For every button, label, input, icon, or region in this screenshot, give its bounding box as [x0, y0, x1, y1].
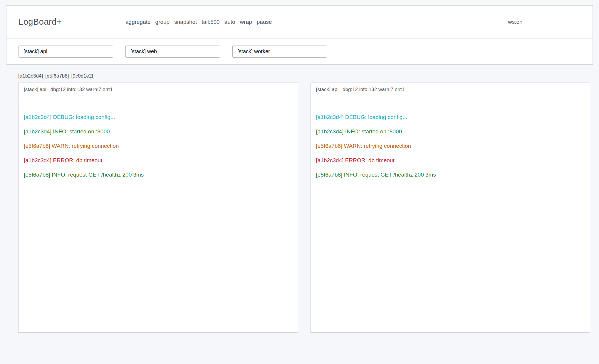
log-panels: [stack] api dbg:12 info:132 warn:7 err:1… [18, 83, 590, 333]
log-panel-header: [stack] api dbg:12 info:132 warn:7 err:1 [19, 83, 298, 96]
toolbar-item-auto[interactable]: auto [224, 19, 235, 25]
app-header: LogBoard+ aggregate group snapshot tail:… [6, 6, 593, 38]
log-line[interactable]: [e5f6a7b8] INFO: request GET /healthz 20… [316, 167, 585, 182]
toolbar-item-aggregate[interactable]: aggregate [125, 19, 151, 25]
log-line[interactable]: [a1b2c3d4] DEBUG: loading config... [24, 110, 293, 124]
log-line[interactable]: [a1b2c3d4] INFO: started on :8000 [316, 124, 585, 139]
log-body: [a1b2c3d4] DEBUG: loading config... [a1b… [311, 96, 590, 332]
log-body: [a1b2c3d4] DEBUG: loading config... [a1b… [19, 96, 298, 332]
log-panel-header: [stack] api dbg:12 info:132 warn:7 err:1 [311, 83, 590, 96]
trace-chip[interactable]: [9c0d1e2f] [71, 73, 95, 79]
toolbar-item-pause[interactable]: pause [257, 19, 272, 25]
panel-level-counts: dbg:12 info:132 warn:7 err:1 [343, 87, 405, 93]
log-line[interactable]: [e5f6a7b8] INFO: request GET /healthz 20… [24, 167, 293, 182]
toolbar-item-snapshot[interactable]: snapshot [174, 19, 197, 25]
log-line[interactable]: [a1b2c3d4] DEBUG: loading config... [316, 110, 585, 124]
toolbar-item-group[interactable]: group [155, 19, 170, 25]
stack-filter-bar [6, 38, 593, 64]
log-panel-right: [stack] api dbg:12 info:132 warn:7 err:1… [311, 83, 590, 333]
log-panel-left: [stack] api dbg:12 info:132 warn:7 err:1… [18, 83, 298, 333]
log-line[interactable]: [a1b2c3d4] INFO: started on :8000 [24, 124, 293, 139]
toolbar: aggregate group snapshot tail:500 auto w… [125, 6, 272, 38]
log-line[interactable]: [a1b2c3d4] ERROR: db timeout [316, 153, 585, 167]
top-container: LogBoard+ aggregate group snapshot tail:… [6, 5, 593, 65]
log-line[interactable]: [e5f6a7b8] WARN: retrying connection [24, 139, 293, 153]
log-line[interactable]: [e5f6a7b8] WARN: retrying connection [316, 139, 585, 153]
ws-status-toggle[interactable]: ws:on [508, 6, 523, 38]
trace-chip[interactable]: [a1b2c3d4] [18, 73, 43, 79]
trace-chip[interactable]: [e5f6a7b8] [45, 73, 69, 79]
log-line[interactable]: [a1b2c3d4] ERROR: db timeout [24, 153, 293, 167]
panel-stack-label: [stack] api [316, 87, 339, 93]
app-title: LogBoard+ [19, 17, 62, 27]
stack-input-api[interactable] [19, 46, 113, 58]
stack-input-web[interactable] [125, 46, 220, 58]
panel-stack-label: [stack] api [24, 87, 46, 93]
logboard-app: { "app": { "title": "LogBoard+", "ws_sta… [0, 0, 599, 364]
toolbar-item-tail[interactable]: tail:500 [202, 19, 219, 25]
panel-level-counts: dbg:12 info:132 warn:7 err:1 [51, 87, 113, 93]
trace-id-list: [a1b2c3d4][e5f6a7b8][9c0d1e2f] [18, 73, 95, 79]
toolbar-item-wrap[interactable]: wrap [240, 19, 252, 25]
stack-input-worker[interactable] [232, 46, 327, 58]
